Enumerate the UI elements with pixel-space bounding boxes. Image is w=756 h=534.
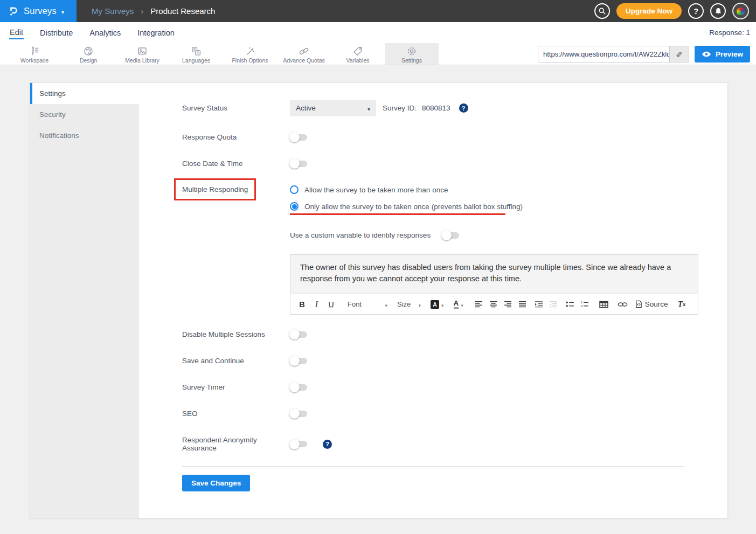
tab-integration[interactable]: Integration (137, 27, 175, 39)
background-color-button[interactable]: A (426, 297, 449, 311)
survey-status-label: Survey Status (182, 104, 290, 112)
multiple-responding-label-col: Multiple Responding (182, 185, 290, 200)
eye-icon (702, 51, 711, 57)
align-right-icon (504, 301, 512, 308)
multiple-responding-label: Multiple Responding (182, 185, 248, 193)
italic-button[interactable]: I (309, 297, 324, 311)
variables-tag-icon (352, 45, 364, 57)
section-divider (182, 466, 684, 467)
radio-allow-multiple[interactable]: Allow the survey to be taken more than o… (290, 185, 523, 194)
sidebar-item-notifications[interactable]: Notifications (30, 125, 139, 146)
product-switcher[interactable]: Surveys (0, 0, 77, 22)
survey-timer-toggle[interactable] (290, 384, 307, 391)
respondent-anonymity-help-icon[interactable] (323, 440, 332, 449)
toolbar-item-settings[interactable]: Settings (385, 43, 439, 65)
remove-format-button[interactable]: Tx (675, 297, 689, 311)
survey-id-label: Survey ID: (383, 104, 417, 112)
response-count[interactable]: Response: 1 (709, 29, 750, 37)
close-date-toggle[interactable] (290, 161, 307, 167)
align-center-button[interactable] (486, 297, 501, 311)
insert-link-button[interactable] (615, 297, 630, 311)
section-nav: Edit Distribute Analytics Integration Re… (0, 22, 756, 43)
preview-button[interactable]: Preview (695, 46, 750, 63)
seo-toggle[interactable] (290, 411, 307, 417)
settings-main: Survey Status Active Survey ID: 8080813 … (139, 83, 727, 518)
advance-quotas-chain-icon (298, 45, 310, 57)
save-and-continue-row: Save and Continue (182, 357, 699, 365)
response-quota-toggle[interactable] (290, 134, 307, 141)
breadcrumb-my-surveys[interactable]: My Surveys (92, 6, 134, 16)
text-color-button[interactable]: A (449, 297, 468, 311)
survey-id-help-icon[interactable] (459, 103, 468, 113)
disable-multiple-sessions-label: Disable Multiple Sessions (182, 330, 290, 338)
help-button[interactable] (688, 3, 704, 19)
link-chain-icon (618, 302, 628, 307)
toolbar-item-design[interactable]: Design (61, 43, 115, 65)
toolbar-item-languages[interactable]: A Languages (169, 43, 223, 65)
toolbar-item-media-library[interactable]: Media Library (115, 43, 169, 65)
disable-multiple-sessions-toggle[interactable] (290, 331, 307, 338)
source-document-icon (635, 300, 642, 308)
chevron-down-icon (367, 103, 370, 113)
search-button[interactable] (594, 3, 610, 19)
background-color-icon: A (431, 300, 439, 309)
chevron-down-icon (441, 300, 444, 309)
toolbar-item-variables[interactable]: Variables (331, 43, 385, 65)
align-left-icon (475, 301, 483, 308)
svg-text:1: 1 (581, 301, 583, 304)
size-dropdown[interactable]: Size (392, 297, 426, 311)
respondent-anonymity-toggle[interactable] (290, 441, 307, 447)
message-editor: The owner of this survey has disabled us… (290, 254, 698, 315)
survey-url-text[interactable]: https://www.questionpro.com/t/AW22ZklqY (538, 46, 669, 62)
underline-button[interactable]: U (324, 297, 338, 311)
bulleted-list-icon (566, 301, 574, 308)
bulleted-list-button[interactable] (563, 297, 578, 311)
tab-edit[interactable]: Edit (9, 26, 24, 39)
toolbar-item-advance-quotas[interactable]: Advance Quotas (277, 43, 331, 65)
numbered-list-button[interactable]: 12 (578, 297, 592, 311)
disable-multiple-sessions-row: Disable Multiple Sessions (182, 330, 699, 338)
seo-row: SEO (182, 410, 699, 418)
radio-button-selected-icon[interactable] (290, 202, 299, 211)
notifications-button[interactable] (710, 3, 726, 19)
top-bar: Surveys My Surveys Product Research Upgr… (0, 0, 756, 22)
align-right-button[interactable] (501, 297, 515, 311)
survey-url-field[interactable]: https://www.questionpro.com/t/AW22ZklqY … (538, 46, 689, 63)
sidebar-item-settings[interactable]: Settings (30, 83, 139, 104)
custom-variable-label: Use a custom variable to identify respon… (290, 231, 431, 239)
font-dropdown[interactable]: Font (343, 297, 392, 311)
custom-variable-toggle[interactable] (442, 232, 459, 239)
close-date-row: Close Date & Time (182, 159, 699, 168)
outdent-button[interactable] (546, 297, 561, 311)
bell-icon (714, 7, 723, 16)
response-quota-label: Response Quota (182, 133, 290, 141)
align-left-button[interactable] (471, 297, 486, 311)
indent-button[interactable] (532, 297, 546, 311)
bold-button[interactable]: B (295, 297, 309, 311)
toolbar-item-workspace[interactable]: Workspace (8, 43, 61, 65)
save-changes-button[interactable]: Save Changes (182, 475, 250, 491)
radio-only-once[interactable]: Only allow the survey to be taken once (… (290, 202, 523, 211)
edit-url-button[interactable]: ✎ (669, 46, 689, 62)
sidebar-item-security[interactable]: Security (30, 104, 139, 125)
upgrade-now-button[interactable]: Upgrade Now (616, 3, 682, 19)
tab-distribute[interactable]: Distribute (39, 27, 73, 39)
table-icon (599, 301, 608, 308)
tab-analytics[interactable]: Analytics (89, 27, 121, 39)
survey-timer-row: Survey Timer (182, 383, 699, 391)
source-button[interactable]: Source (635, 297, 668, 311)
seo-label: SEO (182, 410, 290, 418)
survey-status-select[interactable]: Active (290, 100, 376, 116)
languages-icon: A (190, 45, 202, 57)
chevron-down-icon (461, 300, 463, 309)
editor-message-textarea[interactable]: The owner of this survey has disabled us… (290, 255, 698, 294)
save-and-continue-toggle[interactable] (290, 358, 307, 364)
insert-table-button[interactable] (597, 297, 611, 311)
radio-button-icon[interactable] (290, 185, 299, 194)
justify-button[interactable] (515, 297, 530, 311)
avatar-logo-icon (737, 8, 745, 15)
survey-url-zone: https://www.questionpro.com/t/AW22ZklqY … (538, 43, 756, 65)
annotation-red-underline (290, 213, 505, 215)
account-avatar[interactable] (732, 3, 749, 19)
toolbar-item-finish-options[interactable]: Finish Options (223, 43, 277, 65)
